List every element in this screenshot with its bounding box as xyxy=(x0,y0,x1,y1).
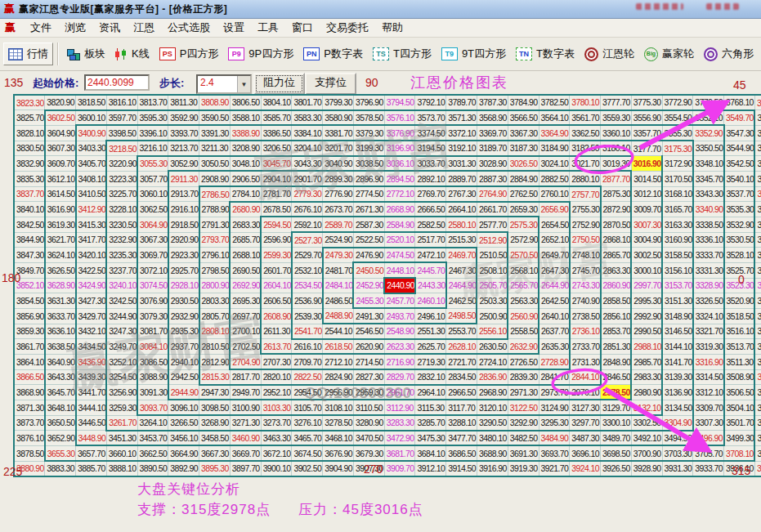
grid-cell: 3384.10 xyxy=(292,125,323,141)
grid-cell: 3921.70 xyxy=(539,461,570,476)
resistance-button[interactable]: 阻力位 xyxy=(253,73,305,95)
grid-cell: 3218.50 xyxy=(106,141,137,156)
toolbar-9t-square[interactable]: T9 9T四方形 xyxy=(437,43,510,65)
grid-cell: 3285.70 xyxy=(415,415,446,431)
grid-cell: 3756.10 xyxy=(754,156,761,172)
grid-cell: 3482.50 xyxy=(508,431,539,446)
grid-cell: 3307.30 xyxy=(693,415,724,431)
grid-cell: 3885.70 xyxy=(76,461,107,476)
toolbar-t-square[interactable]: TS T四方形 xyxy=(369,43,436,65)
grid-cell: 3256.90 xyxy=(106,385,137,400)
grid-cell: 3266.50 xyxy=(168,415,199,431)
toolbar-p-square[interactable]: PS P四方形 xyxy=(155,43,223,65)
grid-cell: 2865.70 xyxy=(601,248,632,263)
grid-cell: 3050.50 xyxy=(199,156,231,172)
grid-cell: 3775.30 xyxy=(631,95,662,110)
toolbar-winner-wheel[interactable]: Big 赢家轮 xyxy=(640,43,698,65)
menu-item-file[interactable]: 文件 xyxy=(24,19,58,37)
grid-cell: 2772.10 xyxy=(384,186,415,202)
grid-cell: 3180.10 xyxy=(601,141,632,156)
grid-cell: 3096.10 xyxy=(168,400,199,415)
grid-cell: 3309.70 xyxy=(693,400,724,415)
step-dropdown[interactable]: 2.4 ▼ xyxy=(196,74,252,94)
grid-cell: 3484.90 xyxy=(539,431,570,446)
grid-cell: 2899.30 xyxy=(323,171,354,186)
grid-cell: 3278.50 xyxy=(323,415,354,431)
grid-cell: 3655.30 xyxy=(45,445,76,461)
grid-cell: 3715.30 xyxy=(754,415,761,431)
menu-item-trading[interactable]: 交易委托 xyxy=(320,19,375,37)
grid-cell: 3410.50 xyxy=(76,186,107,202)
grid-cell: 3816.10 xyxy=(106,95,137,110)
grid-cell: 3297.70 xyxy=(570,415,601,431)
support-button[interactable]: 支撑位 xyxy=(305,73,356,95)
grid-cell: 3916.90 xyxy=(477,461,508,476)
menu-item-gann[interactable]: 江恩 xyxy=(127,19,161,37)
grid-cell: 3684.10 xyxy=(415,445,446,461)
grid-cell: 2498.50 xyxy=(446,308,477,324)
grid-cell: 3506.50 xyxy=(724,385,755,400)
grid-cell: 2724.10 xyxy=(477,354,508,369)
grid-cell: 2599.30 xyxy=(261,248,292,263)
menu-item-tools[interactable]: 工具 xyxy=(251,19,285,37)
app-icon: 赢 xyxy=(4,2,15,16)
toolbar-sectors[interactable]: 板块 xyxy=(63,43,110,65)
grid-cell: 2575.30 xyxy=(508,217,539,232)
grid-cell: 3225.70 xyxy=(106,186,137,202)
toolbar-9p-square[interactable]: P9 9P四方形 xyxy=(224,43,298,65)
grid-cell: 2520.10 xyxy=(384,232,415,248)
menu-item-browse[interactable]: 浏览 xyxy=(58,19,92,37)
grid-cell: 3638.50 xyxy=(45,339,76,355)
grid-cell: 2630.50 xyxy=(477,339,508,355)
start-price-input[interactable] xyxy=(84,74,150,91)
toolbar-kline[interactable]: K线 xyxy=(111,43,154,65)
menu-item-window[interactable]: 窗口 xyxy=(285,19,320,37)
grid-cell: 3273.70 xyxy=(261,415,292,431)
grid-cell: 3112.90 xyxy=(384,400,415,415)
toolbar-p-number-table[interactable]: PN P数字表 xyxy=(299,43,367,65)
grid-cell: 2685.70 xyxy=(230,232,261,248)
toolbar-t-number-table[interactable]: TN T数字表 xyxy=(512,43,579,65)
grid-cell: 3643.30 xyxy=(45,369,76,385)
menu-item-formula-picker[interactable]: 公式选股 xyxy=(161,19,217,37)
grid-cell: 2594.50 xyxy=(261,217,292,232)
toolbar-quotes[interactable]: 行情 xyxy=(3,42,53,65)
grid-cell: 2719.30 xyxy=(415,354,446,369)
menu-item-help[interactable]: 帮助 xyxy=(375,19,410,37)
grid-cell: 2997.70 xyxy=(631,278,662,293)
grid-cell: 3909.70 xyxy=(384,461,415,476)
grid-cell: 3604.90 xyxy=(45,125,76,141)
menu-item-news[interactable]: 资讯 xyxy=(92,19,127,37)
grid-cell: 2649.70 xyxy=(539,248,570,263)
hexagon-icon xyxy=(704,47,718,61)
grid-cell: 2517.70 xyxy=(415,232,446,248)
grid-cell: 2702.50 xyxy=(230,339,261,355)
grid-cell: 3374.50 xyxy=(415,125,446,141)
grid-cell: 3432.10 xyxy=(76,324,107,339)
grid-cell: 3792.10 xyxy=(415,95,446,110)
grid-cell: 3242.50 xyxy=(106,293,137,309)
grid-cell: 2474.50 xyxy=(384,248,415,263)
grid-cell: 3926.50 xyxy=(601,461,632,476)
grid-cell: 3043.30 xyxy=(292,156,323,172)
grid-cell: 3835.30 xyxy=(14,171,45,186)
titlebar[interactable]: 赢 赢家江恩专业版[赢家服务平台] - [价格正方形] xyxy=(0,0,761,19)
menu-item-settings[interactable]: 设置 xyxy=(217,19,251,37)
grid-cell: 2503.30 xyxy=(477,293,508,309)
toolbar-hexagon[interactable]: 六角形 xyxy=(700,43,758,65)
grid-cell: 3088.90 xyxy=(137,369,168,385)
grid-cell: 2798.50 xyxy=(199,262,231,278)
grid-cell: 2536.90 xyxy=(292,293,323,309)
grid-cell: 2824.90 xyxy=(323,369,354,385)
grid-cell: 3434.50 xyxy=(76,339,107,355)
grid-cell: 3576.10 xyxy=(384,110,415,126)
grid-cell: 2810.50 xyxy=(199,339,231,355)
grid-cell: 2944.90 xyxy=(168,385,199,400)
grid-cell: 3129.70 xyxy=(601,400,632,415)
grid-cell: 2469.70 xyxy=(446,248,477,263)
grid-cell: 3300.10 xyxy=(601,415,632,431)
grid-cell: 3247.30 xyxy=(106,324,137,339)
chevron-down-icon[interactable]: ▼ xyxy=(237,76,250,92)
grid-cell: 2901.70 xyxy=(292,171,323,186)
toolbar-gann-wheel[interactable]: 江恩轮 xyxy=(580,43,638,65)
